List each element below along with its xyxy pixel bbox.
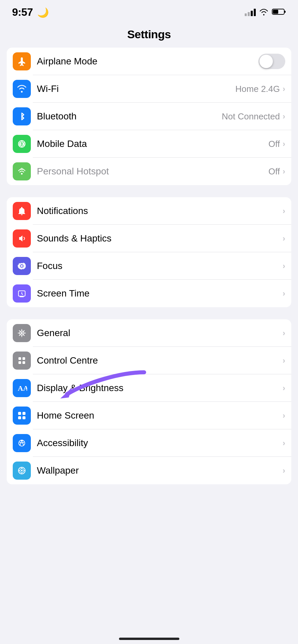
wallpaper-content: Wallpaper › [37, 465, 285, 476]
notifications-icon [13, 202, 31, 220]
accessibility-label: Accessibility [37, 438, 88, 448]
wifi-content: Wi-Fi Home 2.4G › [37, 84, 285, 94]
accessibility-row[interactable]: Accessibility › [7, 429, 291, 457]
mobile-data-right: Off › [269, 139, 285, 149]
hotspot-chevron: › [283, 167, 285, 176]
wifi-status-icon [259, 8, 269, 17]
sounds-icon [13, 229, 31, 248]
home-screen-chevron: › [283, 411, 285, 420]
hotspot-right: Off › [269, 166, 285, 177]
airplane-mode-label: Airplane Mode [37, 56, 98, 67]
mobile-data-label: Mobile Data [37, 139, 87, 149]
wifi-label: Wi-Fi [37, 84, 59, 94]
battery-icon [272, 8, 286, 17]
home-screen-content: Home Screen › [37, 410, 285, 421]
svg-rect-1 [285, 11, 286, 13]
wallpaper-label: Wallpaper [37, 465, 79, 476]
focus-label: Focus [37, 261, 62, 271]
hotspot-value: Off [269, 166, 280, 177]
home-screen-icon [13, 407, 31, 425]
focus-icon [13, 257, 31, 275]
screen-time-content: Screen Time › [37, 288, 285, 299]
hotspot-content: Personal Hotspot Off › [37, 166, 285, 177]
sounds-content: Sounds & Haptics › [37, 233, 285, 244]
bluetooth-right: Not Connected › [222, 111, 285, 122]
status-time: 9:57 [12, 6, 33, 18]
sounds-label: Sounds & Haptics [37, 233, 112, 244]
mobile-data-value: Off [269, 139, 280, 149]
signal-icon [245, 9, 256, 16]
focus-chevron: › [283, 261, 285, 271]
accessibility-content: Accessibility › [37, 438, 285, 448]
svg-rect-20 [22, 416, 25, 419]
display-brightness-row[interactable]: AA Display & Brightness › [7, 374, 291, 402]
status-bar: 9:57 🌙 [0, 0, 298, 22]
hotspot-row[interactable]: Personal Hotspot Off › [7, 158, 291, 185]
svg-rect-15 [22, 361, 25, 364]
accessibility-chevron: › [283, 438, 285, 448]
svg-text:AA: AA [18, 384, 27, 392]
general-chevron: › [283, 328, 285, 338]
hotspot-label: Personal Hotspot [37, 166, 109, 177]
home-indicator [119, 638, 179, 640]
svg-rect-14 [18, 361, 21, 364]
status-time-area: 9:57 🌙 [12, 6, 49, 18]
purple-arrow-annotation [54, 362, 147, 406]
focus-row[interactable]: Focus › [7, 252, 291, 280]
bluetooth-label: Bluetooth [37, 111, 76, 122]
control-centre-row[interactable]: Control Centre › [7, 347, 291, 374]
general-icon [13, 324, 31, 342]
accessibility-icon [13, 434, 31, 452]
status-icons [245, 8, 286, 17]
display-brightness-chevron: › [283, 383, 285, 393]
wifi-chevron: › [283, 84, 285, 94]
mobile-data-content: Mobile Data Off › [37, 139, 285, 149]
wifi-row[interactable]: Wi-Fi Home 2.4G › [7, 75, 291, 103]
svg-rect-17 [18, 412, 21, 415]
general-content: General › [37, 328, 285, 338]
svg-rect-12 [18, 357, 21, 360]
svg-text:((·)): ((·)) [19, 142, 24, 146]
bluetooth-chevron: › [283, 112, 285, 121]
page-header: Settings [0, 22, 298, 48]
wifi-right: Home 2.4G › [235, 84, 285, 94]
general-row[interactable]: General › [7, 319, 291, 347]
airplane-mode-icon [13, 52, 31, 70]
page-title: Settings [0, 28, 298, 41]
airplane-mode-row[interactable]: Airplane Mode [7, 48, 291, 75]
svg-rect-2 [273, 10, 278, 14]
control-centre-icon [13, 352, 31, 370]
svg-point-7 [21, 173, 23, 175]
notifications-content: Notifications › [37, 206, 285, 216]
svg-point-10 [21, 332, 23, 334]
general-group: General › Control Centre › AA Display & … [7, 319, 291, 484]
home-screen-row[interactable]: Home Screen › [7, 402, 291, 429]
wallpaper-icon [13, 462, 31, 480]
svg-rect-13 [22, 357, 25, 360]
screen-time-label: Screen Time [37, 288, 90, 299]
notifications-row[interactable]: Notifications › [7, 197, 291, 225]
wifi-icon [13, 80, 31, 98]
airplane-mode-toggle[interactable] [258, 54, 285, 69]
display-brightness-icon: AA [13, 379, 31, 397]
wallpaper-chevron: › [283, 466, 285, 475]
general-label: General [37, 328, 70, 338]
screen-time-icon [13, 284, 31, 303]
moon-icon: 🌙 [37, 7, 49, 18]
screen-time-row[interactable]: Screen Time › [7, 280, 291, 307]
svg-rect-18 [22, 412, 25, 415]
sounds-chevron: › [283, 234, 285, 243]
bluetooth-row[interactable]: Bluetooth Not Connected › [7, 103, 291, 130]
svg-rect-19 [18, 416, 21, 419]
mobile-data-chevron: › [283, 139, 285, 149]
notifications-chevron: › [283, 206, 285, 216]
notifications-label: Notifications [37, 206, 88, 216]
wallpaper-row[interactable]: Wallpaper › [7, 457, 291, 484]
wifi-value: Home 2.4G [235, 84, 280, 94]
mobile-data-row[interactable]: ((·)) Mobile Data Off › [7, 130, 291, 158]
screen-time-chevron: › [283, 289, 285, 298]
control-centre-chevron: › [283, 356, 285, 365]
notifications-group: Notifications › Sounds & Haptics › Focus… [7, 197, 291, 307]
bluetooth-value: Not Connected [222, 111, 280, 122]
sounds-row[interactable]: Sounds & Haptics › [7, 225, 291, 252]
